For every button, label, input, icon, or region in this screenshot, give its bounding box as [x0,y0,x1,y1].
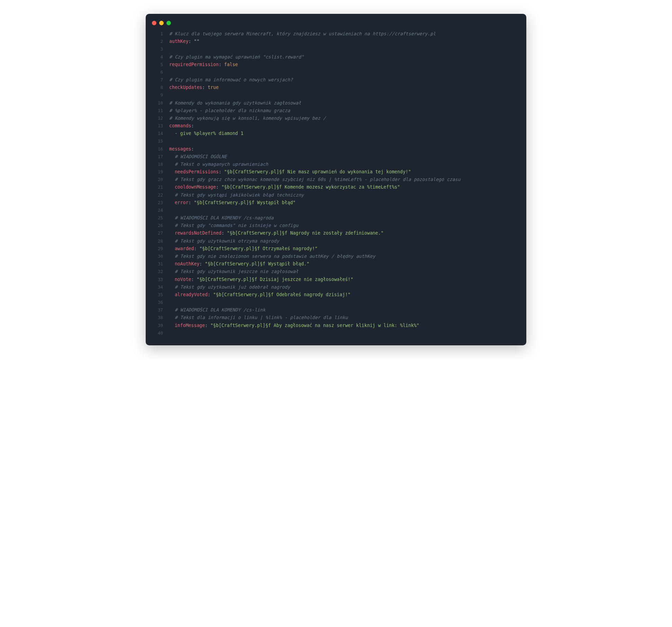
window-maximize-button[interactable] [166,21,171,25]
line-source[interactable]: rewardsNotDefined: "§b[CraftSerwery.pl]§… [163,229,383,237]
token-plain [219,184,221,190]
line-source[interactable]: # Tekst gdy "commands" nie istnieje w co… [163,222,298,229]
line-source[interactable]: # Komendy do wykonania gdy użytkownik za… [163,99,301,107]
line-source[interactable]: # Czy plugin ma wymagać uprawnień "cslis… [163,53,304,61]
line-source[interactable]: # Czy plugin ma informować o nowych wers… [163,76,293,84]
token-string: "" [194,39,199,44]
line-source[interactable]: authKey: "" [163,38,199,45]
code-line[interactable]: 38 # Tekst dla informacji o linku | %lin… [153,314,519,321]
window-minimize-button[interactable] [159,21,164,25]
code-line[interactable]: 15 [153,137,519,145]
line-source[interactable]: # WIADOMOŚCI DLA KOMENDY /cs-link [163,306,265,314]
line-source[interactable]: # WIADOMOŚCI OGÓLNE [163,153,227,161]
code-line[interactable]: 30 # Tekst gdy nie znalezionon serwera n… [153,253,519,260]
line-source[interactable]: requiredPermission: false [163,61,238,69]
code-editor[interactable]: 1# Klucz dla twojego serwera Minecraft, … [146,30,526,337]
line-source[interactable]: # Tekst gdy użytkownik otrzyma nagrody [163,237,279,245]
line-source[interactable] [163,69,172,76]
line-source[interactable]: # Tekst gdy użytkownik już odebrał nagro… [163,283,290,291]
line-source[interactable]: # %player% - placeholder dla nicknamu gr… [163,107,290,115]
code-line[interactable]: 34 # Tekst gdy użytkownik już odebrał na… [153,283,519,291]
code-line[interactable]: 28 # Tekst gdy użytkownik otrzyma nagrod… [153,237,519,245]
line-source[interactable] [163,45,172,53]
line-number: 35 [153,291,163,298]
code-line[interactable]: 7# Czy plugin ma informować o nowych wer… [153,76,519,84]
code-line[interactable]: 12# Komendy wykonują się w konsoli, kome… [153,115,519,122]
line-source[interactable]: # Klucz dla twojego serwera Minecraft, k… [163,30,436,38]
line-source[interactable] [163,299,172,306]
code-line[interactable]: 23 error: "§b[CraftSerwery.pl]§f Wystąpi… [153,199,519,207]
line-source[interactable] [163,329,172,337]
line-source[interactable]: awarded: "§b[CraftSerwery.pl]§f Otrzymał… [163,245,318,253]
code-line[interactable]: 40 [153,329,519,337]
window-close-button[interactable] [152,21,156,25]
code-line[interactable]: 36 [153,299,519,306]
code-line[interactable]: 16messages: [153,145,519,153]
line-source[interactable]: # Tekst gdy nie znalezionon serwera na p… [163,253,375,260]
line-number: 4 [153,53,163,61]
line-source[interactable] [163,137,172,145]
code-line[interactable]: 19 needsPermissions: "§b[CraftSerwery.pl… [153,168,519,176]
code-line[interactable]: 6 [153,69,519,76]
code-line[interactable]: 18 # Tekst o wymaganych uprawnieniach [153,161,519,168]
token-plain [169,284,175,290]
code-line[interactable]: 35 alreadyVoted: "§b[CraftSerwery.pl]§f … [153,291,519,299]
line-source[interactable]: - give %player% diamond 1 [163,130,243,137]
line-source[interactable]: # WIADOMOŚCI DLA KOMENDY /cs-nagroda [163,214,274,222]
code-line[interactable]: 25 # WIADOMOŚCI DLA KOMENDY /cs-nagroda [153,214,519,222]
code-line[interactable]: 9 [153,91,519,99]
line-source[interactable]: commands: [163,122,194,130]
token-key: commands [169,123,191,128]
code-line[interactable]: 8checkUpdates: true [153,84,519,91]
code-line[interactable]: 24 [153,207,519,214]
line-source[interactable]: alreadyVoted: "§b[CraftSerwery.pl]§f Ode… [163,291,351,299]
line-source[interactable]: messages: [163,145,194,153]
code-line[interactable]: 3 [153,45,519,53]
code-line[interactable]: 29 awarded: "§b[CraftSerwery.pl]§f Otrzy… [153,245,519,253]
code-line[interactable]: 11# %player% - placeholder dla nicknamu … [153,107,519,115]
line-source[interactable]: noAuthKey: "§b[CraftSerwery.pl]§f Wystąp… [163,260,309,268]
code-line[interactable]: 32 # Tekst gdy użytkownik jeszcze nie za… [153,268,519,275]
code-line[interactable]: 37 # WIADOMOŚCI DLA KOMENDY /cs-link [153,306,519,314]
line-number: 14 [153,130,163,137]
code-line[interactable]: 10# Komendy do wykonania gdy użytkownik … [153,99,519,107]
line-source[interactable]: # Tekst gdy gracz chce wykonac komende s… [163,176,461,183]
code-line[interactable]: 2authKey: "" [153,38,519,45]
line-source[interactable]: # Tekst gdy użytkownik jeszcze nie zagło… [163,268,298,275]
line-number: 18 [153,161,163,168]
line-number: 9 [153,91,163,99]
line-source[interactable]: # Komendy wykonują się w konsoli, komend… [163,115,326,122]
code-line[interactable]: 4# Czy plugin ma wymagać uprawnień "csli… [153,53,519,61]
token-comment: # WIADOMOŚCI DLA KOMENDY /cs-link [175,307,265,312]
code-line[interactable]: 22 # Tekst gdy wystąpi jakikolwiek błąd … [153,191,519,199]
token-plain [169,184,175,190]
token-key: alreadyVoted [175,292,208,297]
line-source[interactable]: cooldownMessage: "§b[CraftSerwery.pl]§f … [163,183,400,191]
token-comment: # Tekst gdy użytkownik już odebrał nagro… [175,284,290,290]
line-source[interactable]: checkUpdates: true [163,84,219,91]
code-line[interactable]: 39 infoMessage: "§b[CraftSerwery.pl]§f A… [153,322,519,329]
code-line[interactable]: 5requiredPermission: false [153,61,519,69]
line-number: 39 [153,322,163,329]
line-source[interactable]: needsPermissions: "§b[CraftSerwery.pl]§f… [163,168,411,176]
line-source[interactable] [163,91,172,99]
token-string: "§b[CraftSerwery.pl]§f Wystąpił błąd" [194,200,296,205]
code-line[interactable]: 17 # WIADOMOŚCI OGÓLNE [153,153,519,161]
code-line[interactable]: 33 noVote: "§b[CraftSerwery.pl]§f Dzisia… [153,276,519,283]
code-line[interactable]: 27 rewardsNotDefined: "§b[CraftSerwery.p… [153,229,519,237]
line-source[interactable]: noVote: "§b[CraftSerwery.pl]§f Dzisiaj j… [163,276,353,283]
line-source[interactable]: # Tekst o wymaganych uprawnieniach [163,161,268,168]
code-line[interactable]: 14 - give %player% diamond 1 [153,130,519,137]
line-source[interactable]: # Tekst gdy wystąpi jakikolwiek błąd tec… [163,191,304,199]
code-line[interactable]: 21 cooldownMessage: "§b[CraftSerwery.pl]… [153,183,519,191]
code-line[interactable]: 20 # Tekst gdy gracz chce wykonac komend… [153,176,519,183]
token-punc: : [219,62,221,67]
line-source[interactable]: error: "§b[CraftSerwery.pl]§f Wystąpił b… [163,199,296,207]
code-line[interactable]: 1# Klucz dla twojego serwera Minecraft, … [153,30,519,38]
line-source[interactable]: infoMessage: "§b[CraftSerwery.pl]§f Aby … [163,322,419,329]
code-line[interactable]: 31 noAuthKey: "§b[CraftSerwery.pl]§f Wys… [153,260,519,268]
code-line[interactable]: 13commands: [153,122,519,130]
line-source[interactable] [163,207,172,214]
code-line[interactable]: 26 # Tekst gdy "commands" nie istnieje w… [153,222,519,229]
line-source[interactable]: # Tekst dla informacji o linku | %link% … [163,314,348,321]
